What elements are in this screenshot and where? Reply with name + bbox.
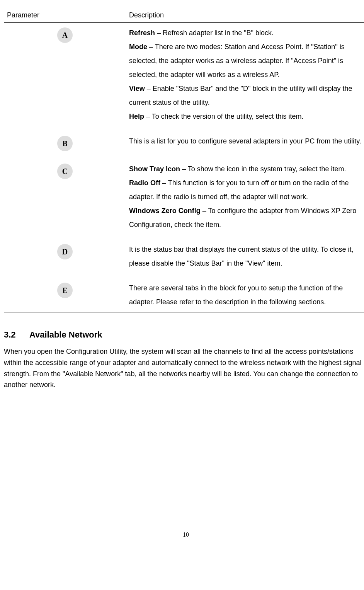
description-text: – To show the icon in the system tray, s… — [180, 165, 346, 173]
section-body: When you open the Configuration Utility,… — [4, 346, 364, 390]
description-label: Mode — [129, 43, 147, 51]
section-number: 3.2 — [4, 328, 16, 341]
section-title: Available Network — [29, 330, 102, 339]
description-cell: This is a list for you to configure seve… — [126, 131, 364, 159]
description-cell: Show Tray Icon – To show the icon in the… — [126, 159, 364, 239]
parameter-cell: E — [4, 278, 126, 312]
parameter-badge: D — [57, 244, 73, 259]
table-row: CShow Tray Icon – To show the icon in th… — [4, 159, 364, 239]
description-text: – This function is for you to turn off o… — [129, 179, 349, 201]
description-cell: Refresh – Refresh adapter list in the "B… — [126, 22, 364, 131]
table-row: BThis is a list for you to configure sev… — [4, 131, 364, 159]
description-label: Show Tray Icon — [129, 165, 180, 173]
description-text: – Refresh adapter list in the "B" block. — [155, 29, 274, 37]
table-row: DIt is the status bar that displays the … — [4, 239, 364, 278]
description-cell: It is the status bar that displays the c… — [126, 239, 364, 278]
parameter-cell: B — [4, 131, 126, 159]
parameter-badge: B — [57, 136, 73, 151]
description-label: Radio Off — [129, 179, 160, 187]
parameter-badge: C — [57, 164, 73, 179]
description-text: – To check the version of the utility, s… — [144, 113, 304, 120]
parameter-badge: A — [57, 27, 73, 43]
parameter-cell: C — [4, 159, 126, 239]
parameter-badge: E — [57, 283, 73, 298]
description-label: Refresh — [129, 29, 155, 37]
table-row: EThere are several tabs in the block for… — [4, 278, 364, 312]
parameter-cell: A — [4, 22, 126, 131]
description-cell: There are several tabs in the block for … — [126, 278, 364, 312]
description-text: – There are two modes: Station and Acces… — [129, 43, 345, 78]
description-text: It is the status bar that displays the c… — [129, 246, 354, 267]
description-text: There are several tabs in the block for … — [129, 284, 343, 306]
section-heading: 3.2 Available Network — [4, 328, 364, 341]
header-description: Description — [126, 8, 364, 23]
parameter-cell: D — [4, 239, 126, 278]
description-text: This is a list for you to configure seve… — [129, 137, 361, 145]
header-parameter: Parameter — [4, 8, 126, 23]
description-text: – Enable "Status Bar" and the "D" block … — [129, 85, 352, 106]
parameter-table: Parameter Description ARefresh – Refresh… — [4, 8, 364, 312]
description-label: View — [129, 85, 145, 92]
description-label: Windows Zero Config — [129, 207, 201, 215]
page-number: 10 — [4, 530, 364, 540]
description-label: Help — [129, 113, 144, 120]
table-row: ARefresh – Refresh adapter list in the "… — [4, 22, 364, 131]
